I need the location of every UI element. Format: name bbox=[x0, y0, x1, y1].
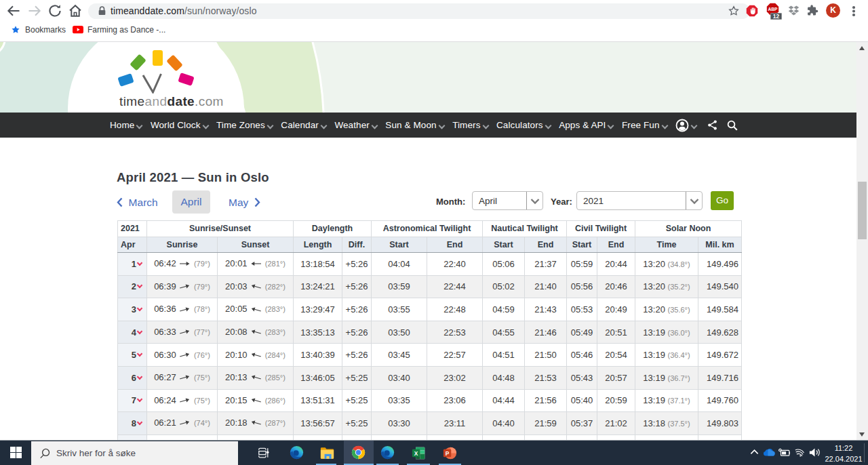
svg-text:ABP: ABP bbox=[768, 7, 778, 12]
svg-text:X: X bbox=[414, 450, 418, 457]
svg-text:P: P bbox=[446, 450, 450, 457]
